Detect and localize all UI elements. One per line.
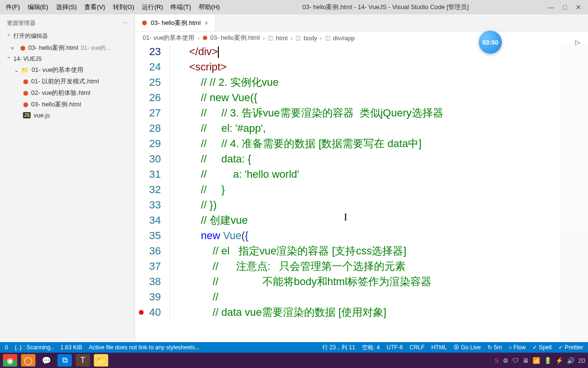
- minimize-icon[interactable]: —: [548, 3, 554, 11]
- crumb[interactable]: div#app: [333, 34, 355, 42]
- open-editors-section[interactable]: 打开的编辑器: [0, 30, 135, 42]
- window-title: 03- hello案例.html - 14- VueJS - Visual St…: [224, 3, 547, 12]
- file-row[interactable]: ⬢ 03- hello案例.html: [0, 99, 135, 110]
- file-label: 01- 以前的开发模式.html: [31, 77, 99, 86]
- status-cursor[interactable]: 行 23，列 11: [322, 344, 355, 352]
- vscode-icon[interactable]: ⧉: [57, 354, 72, 367]
- app-icon[interactable]: ◯: [21, 354, 35, 367]
- explorer-more-icon[interactable]: ···: [123, 19, 128, 27]
- minimap[interactable]: [559, 44, 588, 342]
- close-x-icon[interactable]: ×: [11, 45, 17, 52]
- tab-close-icon[interactable]: ×: [204, 19, 208, 27]
- file-row[interactable]: JS vue.js: [0, 110, 135, 120]
- status-eol[interactable]: CRLF: [409, 344, 424, 351]
- code-editor[interactable]: 232425262728293031323334353637383940 </d…: [135, 44, 588, 342]
- status-golive[interactable]: ⦿ Go Live: [453, 344, 481, 351]
- folder-icon: 📁: [21, 67, 29, 74]
- editor-tab[interactable]: ⬢ 03- hello案例.html ×: [135, 14, 215, 31]
- menu-terminal[interactable]: 终端(T): [167, 3, 195, 12]
- crumb[interactable]: html: [276, 34, 288, 42]
- open-editor-path: 01- vue的...: [81, 44, 111, 52]
- explorer-sidebar: 资源管理器 ··· 打开的编辑器 × ⬢ 03- hello案例.html 01…: [0, 14, 135, 342]
- system-tray: S ⚙ 🛡 🖥 📶 🔋 ⚡ 🔊 20: [495, 357, 585, 364]
- wechat-icon[interactable]: 💬: [39, 354, 54, 367]
- breadcrumb[interactable]: 01- vue的基本使用 › ⬢ 03- hello案例.html › ◫ ht…: [135, 32, 588, 44]
- menu-view[interactable]: 查看(V): [80, 3, 109, 12]
- html-icon: ⬢: [23, 78, 28, 85]
- menu-goto[interactable]: 转到(G): [109, 3, 138, 12]
- close-icon[interactable]: ✕: [576, 3, 581, 11]
- status-spell[interactable]: ✓ Spell: [532, 344, 552, 351]
- file-label: 03- hello案例.html: [31, 100, 81, 109]
- crumb[interactable]: 03- hello案例.html: [210, 34, 260, 42]
- status-timer[interactable]: ↻ 5m: [487, 344, 502, 351]
- tray-icon[interactable]: 🔊: [567, 357, 575, 364]
- explorer-icon[interactable]: 📁: [94, 354, 108, 367]
- folder-label: 01- vue的基本使用: [32, 66, 83, 74]
- tag-icon: ◫: [295, 34, 301, 41]
- tray-icon[interactable]: ⚙: [503, 357, 509, 364]
- crumb[interactable]: body: [304, 34, 317, 42]
- maximize-icon[interactable]: □: [563, 3, 567, 11]
- tray-icon[interactable]: S: [495, 357, 499, 364]
- status-flow[interactable]: ○ Flow: [509, 344, 526, 351]
- open-editor-item[interactable]: × ⬢ 03- hello案例.html 01- vue的...: [0, 42, 135, 54]
- file-label: vue.js: [34, 112, 50, 119]
- text-cursor-icon: I: [344, 211, 347, 223]
- chevron-right-icon: ›: [291, 34, 293, 42]
- status-indent[interactable]: 空格: 4: [362, 344, 380, 352]
- file-row[interactable]: ⬢ 02- vue的初体验.html: [0, 87, 135, 99]
- status-prettier[interactable]: ✓ Prettier: [558, 344, 583, 351]
- chevron-right-icon: ›: [320, 34, 322, 42]
- status-filesize[interactable]: 1.63 KiB: [60, 344, 82, 351]
- crumb[interactable]: 01- vue的基本使用: [143, 34, 194, 42]
- tray-icon[interactable]: 🛡: [512, 357, 519, 364]
- menu-run[interactable]: 运行(R): [138, 3, 167, 12]
- tray-time[interactable]: 20: [578, 357, 585, 364]
- file-row[interactable]: ⬢ 01- 以前的开发模式.html: [0, 76, 135, 87]
- taskbar: ◉ ◯ 💬 ⧉ T 📁 S ⚙ 🛡 🖥 📶 🔋 ⚡ 🔊 20: [0, 353, 588, 368]
- explorer-title: 资源管理器: [7, 19, 35, 27]
- tray-icon[interactable]: 🔋: [544, 357, 552, 364]
- html-icon: ⬢: [23, 90, 28, 97]
- project-section[interactable]: 14- VUEJS: [0, 54, 135, 64]
- menu-help[interactable]: 帮助(H): [195, 3, 224, 12]
- html-icon: ⬢: [20, 45, 25, 52]
- folder-row[interactable]: ⌄ 📁 01- vue的基本使用: [0, 64, 135, 76]
- status-stylesheets[interactable]: Active file does not link to any stylesh…: [89, 344, 199, 351]
- menubar: 件(F) 编辑(E) 选择(S) 查看(V) 转到(G) 运行(R) 终端(T)…: [0, 0, 588, 14]
- timer-badge: 03:50: [479, 31, 502, 54]
- chevron-right-icon: ›: [263, 34, 265, 42]
- typora-icon[interactable]: T: [76, 354, 90, 367]
- status-errors[interactable]: 0: [5, 344, 8, 351]
- status-scanning[interactable]: {..} : Scanning..: [15, 344, 54, 351]
- html-icon: ⬢: [142, 19, 147, 26]
- open-editor-label: 03- hello案例.html: [28, 44, 78, 52]
- html-icon: ⬢: [23, 101, 28, 108]
- tray-icon[interactable]: 🖥: [522, 357, 529, 364]
- tray-icon[interactable]: 📶: [532, 357, 540, 364]
- chevron-right-icon: ›: [197, 34, 199, 42]
- tag-icon: ◫: [325, 34, 330, 41]
- tray-icon[interactable]: ⚡: [555, 357, 563, 364]
- editor-area: ⬢ 03- hello案例.html × 01- vue的基本使用 › ⬢ 03…: [135, 14, 588, 342]
- tag-icon: ◫: [268, 34, 273, 41]
- menu-edit[interactable]: 编辑(E): [24, 3, 52, 12]
- status-encoding[interactable]: UTF-8: [386, 344, 403, 351]
- menu-file[interactable]: 件(F): [2, 3, 24, 12]
- tab-label: 03- hello案例.html: [151, 19, 201, 27]
- status-language[interactable]: HTML: [431, 344, 447, 351]
- menu-select[interactable]: 选择(S): [52, 3, 80, 12]
- chrome-icon[interactable]: ◉: [3, 354, 17, 367]
- js-icon: JS: [23, 112, 31, 118]
- file-label: 02- vue的初体验.html: [31, 89, 90, 97]
- statusbar: 0 {..} : Scanning.. 1.63 KiB Active file…: [0, 342, 588, 353]
- html-icon: ⬢: [203, 34, 207, 41]
